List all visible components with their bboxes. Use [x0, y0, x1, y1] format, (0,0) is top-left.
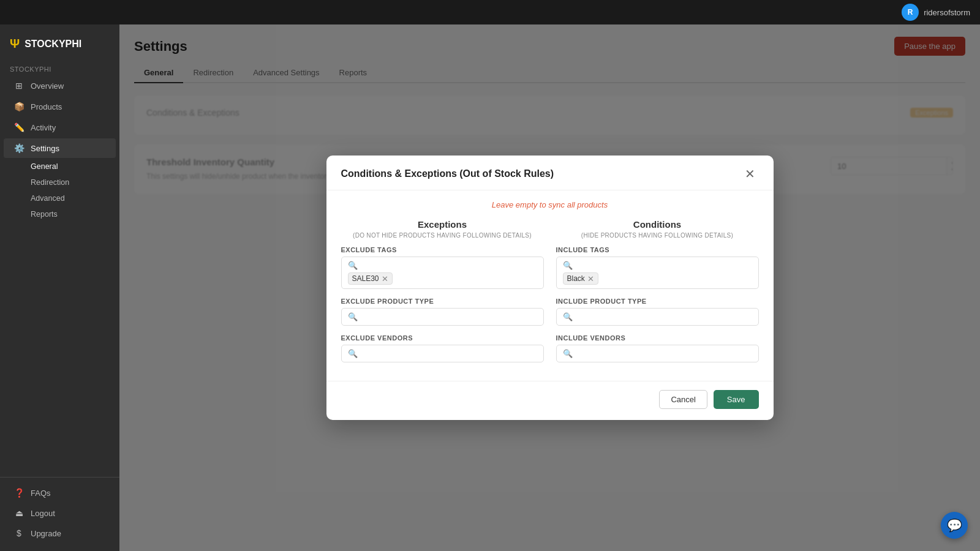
include-tags-area: 🔍 Black ✕	[556, 257, 759, 289]
exclude-product-type-group: EXCLUDE PRODUCT TYPE 🔍	[341, 298, 544, 326]
sidebar: Ψ STOCKYPHI Stockyphi ⊞ Overview 📦 Produ…	[0, 24, 119, 551]
modal-title: Conditions & Exceptions (Out of Stock Ru…	[341, 168, 554, 179]
overview-icon: ⊞	[13, 81, 24, 91]
modal-footer: Cancel Save	[326, 381, 774, 420]
sidebar-item-label: Logout	[31, 509, 55, 518]
exclude-tags-area: 🔍 SALE30 ✕	[341, 257, 544, 289]
user-avatar: R	[902, 4, 919, 21]
include-tags-chips: Black ✕	[563, 272, 752, 285]
include-vendors-field: 🔍	[556, 345, 759, 362]
logout-icon: ⏏	[13, 508, 24, 518]
include-tags-input[interactable]	[576, 261, 752, 270]
exceptions-subheader: (DO NOT HIDE PRODUCTS HAVING FOLLOWING D…	[341, 232, 544, 239]
sidebar-item-products[interactable]: 📦 Products	[4, 97, 116, 116]
include-vendors-input[interactable]	[576, 349, 752, 358]
sidebar-sub-general[interactable]: General	[4, 159, 116, 174]
products-icon: 📦	[13, 102, 24, 111]
include-tags-group: INCLUDE TAGS 🔍 Black	[556, 246, 759, 289]
include-product-type-group: INCLUDE PRODUCT TYPE 🔍	[556, 298, 759, 326]
sidebar-section-label: Stockyphi	[0, 61, 119, 75]
conditions-subheader: (HIDE PRODUCTS HAVING FOLLOWING DETAILS)	[556, 232, 759, 239]
topbar-right: R ridersofstorm	[902, 0, 980, 24]
include-tags-search-icon: 🔍	[563, 261, 573, 270]
exclude-vendors-search-icon: 🔍	[348, 349, 358, 358]
sidebar-item-logout[interactable]: ⏏ Logout	[4, 503, 116, 523]
conditions-exceptions-modal: Conditions & Exceptions (Out of Stock Ru…	[326, 156, 774, 420]
sidebar-item-label: Products	[31, 102, 62, 111]
save-button[interactable]: Save	[714, 390, 759, 409]
faqs-icon: ❓	[13, 488, 24, 498]
cancel-button[interactable]: Cancel	[659, 390, 707, 409]
chat-button[interactable]: 💬	[941, 512, 968, 539]
settings-icon: ⚙️	[13, 143, 24, 153]
include-tags-search-row: 🔍	[563, 261, 752, 270]
exclude-tags-group: EXCLUDE TAGS 🔍 SALE30	[341, 246, 544, 289]
modal-header: Conditions & Exceptions (Out of Stock Ru…	[326, 156, 774, 190]
app-container: Ψ STOCKYPHI Stockyphi ⊞ Overview 📦 Produ…	[0, 24, 980, 551]
sidebar-item-faqs[interactable]: ❓ FAQs	[4, 483, 116, 503]
exclude-vendors-field: 🔍	[341, 345, 544, 362]
sidebar-item-label: Upgrade	[31, 529, 61, 538]
tag-chip-label: SALE30	[352, 274, 379, 283]
include-vendors-group: INCLUDE VENDORS 🔍	[556, 334, 759, 362]
topbar: R ridersofstorm	[0, 0, 980, 24]
sidebar-bottom: ❓ FAQs ⏏ Logout $ Upgrade	[0, 477, 119, 544]
modal-body: Leave empty to sync all products Excepti…	[326, 190, 774, 381]
include-vendors-search-icon: 🔍	[563, 349, 573, 358]
include-vendors-label: INCLUDE VENDORS	[556, 334, 759, 342]
exclude-vendors-group: EXCLUDE VENDORS 🔍	[341, 334, 544, 362]
sidebar-item-label: Activity	[31, 123, 56, 132]
sidebar-item-label: FAQs	[31, 489, 51, 498]
tag-chip-label: Black	[567, 274, 585, 283]
upgrade-icon: $	[13, 528, 24, 538]
exclude-tags-search-icon: 🔍	[348, 261, 358, 270]
sidebar-item-label: Settings	[31, 144, 59, 153]
sidebar-item-upgrade[interactable]: $ Upgrade	[4, 523, 116, 543]
chat-icon: 💬	[947, 518, 962, 533]
modal-hint: Leave empty to sync all products	[341, 200, 759, 209]
sidebar-sub-reports[interactable]: Reports	[4, 207, 116, 222]
exclude-tags-input[interactable]	[361, 261, 537, 270]
brand-name: STOCKYPHI	[24, 39, 81, 50]
main-content: Settings Pause the app General Redirecti…	[119, 24, 980, 551]
brand: Ψ STOCKYPHI	[0, 32, 119, 61]
exclude-product-type-field: 🔍	[341, 308, 544, 326]
tag-chip-sale30: SALE30 ✕	[348, 272, 393, 285]
exclude-tags-chips: SALE30 ✕	[348, 272, 537, 285]
include-product-type-search-icon: 🔍	[563, 312, 573, 321]
sidebar-item-activity[interactable]: ✏️ Activity	[4, 118, 116, 137]
include-product-type-label: INCLUDE PRODUCT TYPE	[556, 298, 759, 305]
include-tags-label: INCLUDE TAGS	[556, 246, 759, 253]
exclude-vendors-input[interactable]	[361, 349, 537, 358]
exclude-vendors-label: EXCLUDE VENDORS	[341, 334, 544, 342]
activity-icon: ✏️	[13, 122, 24, 132]
sidebar-sub-advanced[interactable]: Advanced	[4, 191, 116, 206]
brand-logo: Ψ	[10, 37, 20, 51]
tag-chip-remove[interactable]: ✕	[382, 275, 388, 283]
modal-columns: Exceptions (DO NOT HIDE PRODUCTS HAVING …	[341, 219, 759, 371]
exclude-product-type-input[interactable]	[361, 312, 537, 321]
exclude-tags-label: EXCLUDE TAGS	[341, 246, 544, 253]
sidebar-item-label: Overview	[31, 81, 64, 91]
exclude-product-type-search-icon: 🔍	[348, 312, 358, 321]
modal-overlay: Conditions & Exceptions (Out of Stock Ru…	[119, 24, 980, 551]
include-product-type-input[interactable]	[576, 312, 752, 321]
tag-chip-remove-black[interactable]: ✕	[587, 275, 594, 283]
exceptions-column: Exceptions (DO NOT HIDE PRODUCTS HAVING …	[341, 219, 544, 371]
conditions-header: Conditions	[556, 219, 759, 230]
sidebar-sub-redirection[interactable]: Redirection	[4, 175, 116, 190]
include-product-type-field: 🔍	[556, 308, 759, 326]
user-name: ridersofstorm	[924, 8, 970, 17]
exclude-product-type-label: EXCLUDE PRODUCT TYPE	[341, 298, 544, 305]
exclude-tags-search-row: 🔍	[348, 261, 537, 270]
conditions-column: Conditions (HIDE PRODUCTS HAVING FOLLOWI…	[556, 219, 759, 371]
tag-chip-black: Black ✕	[563, 272, 598, 285]
sidebar-item-settings[interactable]: ⚙️ Settings	[4, 138, 116, 158]
sidebar-item-overview[interactable]: ⊞ Overview	[4, 76, 116, 96]
exceptions-header: Exceptions	[341, 219, 544, 230]
modal-close-button[interactable]: ✕	[741, 167, 759, 181]
